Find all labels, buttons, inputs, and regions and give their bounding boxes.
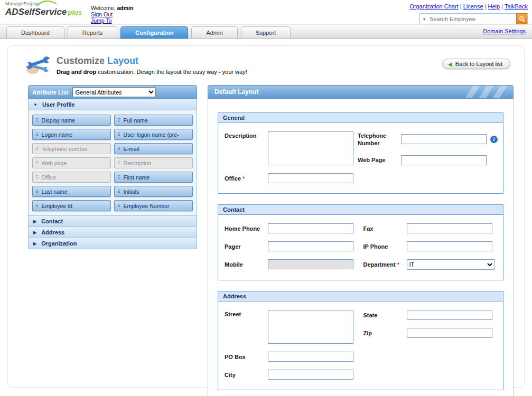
- expand-icon: ▶: [33, 241, 36, 246]
- attribute-label: Employee Id: [42, 203, 72, 209]
- field-fax[interactable]: [407, 223, 492, 233]
- subtitle-bold: Drag and drop: [57, 69, 96, 75]
- default-layout-panel: Default Layout GeneralDescriptionOffice …: [208, 85, 514, 396]
- field-label-pager: Pager: [225, 242, 268, 251]
- drag-handle-icon: ⠿: [35, 132, 39, 137]
- product-name-text: ADSelfService: [5, 7, 67, 17]
- attribute-sections: ▼User Profile⠿Display name⠿Full name⠿Log…: [28, 99, 197, 249]
- group-body: Home PhonePagerMobileFaxIP PhoneDepartme…: [218, 215, 503, 280]
- field-web-page[interactable]: [401, 155, 487, 165]
- search-input[interactable]: [428, 14, 516, 23]
- default-layout-header: Default Layout: [208, 85, 514, 99]
- drag-handle-icon: ⠿: [117, 203, 121, 209]
- group-general: GeneralDescriptionOffice *Telephone Numb…: [218, 112, 503, 194]
- field-ip-phone[interactable]: [407, 241, 492, 251]
- back-button-label: Back to Layout list: [455, 61, 502, 67]
- tab-dashboard[interactable]: Dashboard: [6, 26, 64, 39]
- sign-out-link[interactable]: Sign Out: [91, 11, 113, 17]
- group-column-left: DescriptionOffice *: [225, 131, 353, 191]
- page-title-primary: Customize: [57, 55, 105, 66]
- header-link-organization-chart[interactable]: Organization Chart: [409, 3, 458, 10]
- section-user-profile[interactable]: ▼User Profile: [28, 99, 197, 110]
- expand-icon: ▶: [33, 219, 36, 224]
- section-contact[interactable]: ▶Contact: [28, 216, 197, 227]
- section-organization[interactable]: ▶Organization: [28, 238, 197, 249]
- attribute-last-name[interactable]: ⠿Last name: [32, 186, 111, 197]
- tab-admin[interactable]: Admin: [191, 26, 237, 39]
- field-office[interactable]: [268, 173, 353, 183]
- page-subtitle: Drag and drop customization. Design the …: [57, 69, 247, 75]
- field-label-home-phone: Home Phone: [225, 224, 268, 233]
- drag-handle-icon: ⠿: [35, 161, 39, 166]
- field-label-ip-phone: IP Phone: [363, 242, 407, 251]
- jump-to-link[interactable]: Jump To: [91, 17, 112, 24]
- search-button[interactable]: [516, 13, 527, 24]
- layout-groups: GeneralDescriptionOffice *Telephone Numb…: [218, 112, 503, 390]
- section-address[interactable]: ▶Address: [28, 227, 197, 238]
- attribute-display-name[interactable]: ⠿Display name: [32, 115, 111, 126]
- field-row-telephone-number: Telephone Numberi: [358, 131, 498, 147]
- group-body: DescriptionOffice *Telephone NumberiWeb …: [218, 123, 503, 193]
- field-label-department: Department *: [363, 260, 407, 269]
- attribute-items-grid: ⠿Display name⠿Full name⠿Logon name⠿User …: [28, 110, 197, 216]
- attribute-label: Employee Number: [124, 203, 170, 209]
- header-link-help[interactable]: Help: [488, 3, 500, 10]
- field-department[interactable]: IT: [407, 259, 494, 270]
- field-home-phone[interactable]: [268, 223, 353, 233]
- header-links: Organization Chart | License | Help | Ta…: [409, 3, 528, 10]
- attribute-e-mail[interactable]: ⠿E-mail: [114, 143, 193, 154]
- group-column-left: StreetPO BoxCity: [225, 310, 359, 388]
- attribute-label: Display name: [42, 117, 76, 124]
- magnifier-icon: [519, 16, 525, 22]
- attribute-employee-number[interactable]: ⠿Employee Number: [114, 200, 193, 211]
- drag-handle-icon: ⠿: [117, 161, 121, 166]
- tab-reports[interactable]: Reports: [68, 26, 118, 39]
- section-label: Contact: [41, 218, 63, 224]
- group-column-right: FaxIP PhoneDepartment *IT: [359, 223, 498, 278]
- subtitle-rest: customization. Design the layout the eas…: [96, 69, 247, 75]
- field-label-web-page: Web Page: [358, 156, 401, 164]
- required-asterisk: *: [396, 261, 399, 268]
- attribute-telephone-number: ⠿Telephone number: [32, 143, 111, 154]
- tab-support[interactable]: Support: [241, 26, 291, 39]
- field-description[interactable]: [268, 131, 353, 165]
- drag-handle-icon: ⠿: [117, 146, 121, 152]
- nav-tabs: DashboardReportsConfigurationAdminSuppor…: [6, 26, 294, 39]
- attribute-user-logon-name-pre[interactable]: ⠿User logon name (pre-: [114, 129, 193, 140]
- field-label-state: State: [363, 311, 407, 319]
- domain-settings-link[interactable]: Domain Settings: [483, 28, 526, 35]
- attribute-first-name[interactable]: ⠿First name: [114, 172, 193, 183]
- group-body: StreetPO BoxCityStateZip: [218, 301, 503, 390]
- attribute-logon-name[interactable]: ⠿Logon name: [32, 129, 111, 140]
- attribute-initials[interactable]: ⠿Initials: [114, 186, 193, 197]
- back-to-layout-list-button[interactable]: ◀ Back to Layout list: [442, 59, 510, 69]
- attribute-category-select[interactable]: General Attributes: [72, 87, 156, 97]
- drag-handle-icon: ⠿: [117, 118, 121, 123]
- field-state[interactable]: [407, 310, 492, 320]
- header-link-license[interactable]: License: [463, 3, 483, 10]
- header-link-talkback[interactable]: TalkBack: [505, 3, 528, 10]
- field-pager[interactable]: [268, 241, 353, 251]
- field-city[interactable]: [268, 370, 353, 380]
- attribute-full-name[interactable]: ⠿Full name: [114, 115, 193, 126]
- field-telephone-number[interactable]: [401, 134, 487, 144]
- section-label: User Profile: [42, 101, 75, 108]
- attribute-label: Web page: [42, 160, 67, 166]
- welcome-block: Welcome, admin Sign Out Jump To: [91, 5, 133, 24]
- search-scope-dropdown-icon[interactable]: ▾: [420, 16, 428, 22]
- info-icon[interactable]: i: [490, 136, 498, 143]
- group-header-contact: Contact: [218, 205, 503, 215]
- separator: |: [459, 3, 463, 10]
- logo-swoosh-icon: [36, 1, 57, 7]
- attribute-label: User logon name (pre-: [124, 131, 179, 138]
- attribute-employee-id[interactable]: ⠿Employee Id: [32, 200, 111, 211]
- attribute-label: Initials: [124, 188, 139, 195]
- field-row-zip: Zip: [363, 328, 498, 338]
- field-zip[interactable]: [407, 328, 492, 338]
- tab-configuration[interactable]: Configuration: [120, 26, 188, 39]
- username: admin: [117, 5, 133, 11]
- field-street[interactable]: [268, 310, 353, 344]
- attribute-office: ⠿Office: [32, 172, 111, 183]
- field-po-box[interactable]: [268, 352, 353, 362]
- group-column-left: Home PhonePagerMobile: [225, 223, 359, 278]
